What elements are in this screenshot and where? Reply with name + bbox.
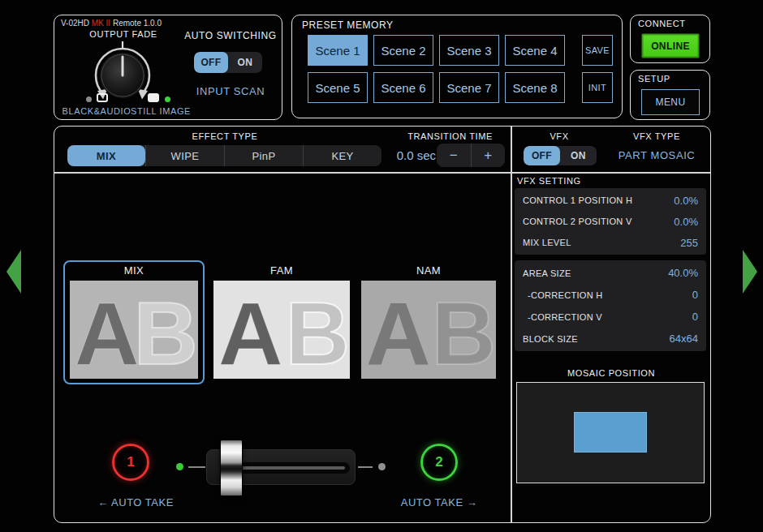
- app-title-model: V-02HD: [61, 19, 89, 28]
- param-label: AREA SIZE: [523, 268, 571, 278]
- vfx-off-button[interactable]: OFF: [524, 146, 560, 165]
- param-row-mix-level[interactable]: MIX LEVEL 255: [515, 232, 706, 253]
- app-title-mk: MK II: [92, 19, 110, 28]
- transition-plus-button[interactable]: +: [471, 144, 506, 167]
- black-audio-indicator-square: [97, 93, 108, 102]
- connect-panel: CONNECT ONLINE: [630, 15, 710, 63]
- vfx-type-value[interactable]: PART MOSAIC: [601, 149, 712, 161]
- fader-end-dot-left: [176, 463, 183, 470]
- fader-handle[interactable]: [220, 440, 243, 496]
- effect-type-title: EFFECT TYPE: [103, 131, 347, 141]
- param-row-control1[interactable]: CONTROL 1 POSITION H 0.0%: [515, 190, 706, 211]
- auto-take-left-button[interactable]: ← AUTO TAKE: [71, 496, 200, 508]
- mosaic-position-rect[interactable]: [574, 412, 647, 453]
- monitor-nam-letter-b: B: [432, 289, 496, 378]
- scene-5-button[interactable]: Scene 5: [308, 72, 368, 103]
- still-image-label: STILL IMAGE: [130, 106, 192, 116]
- transition-time-title: TRANSITION TIME: [391, 131, 509, 141]
- auto-switching-off-button[interactable]: OFF: [194, 52, 228, 73]
- vfx-toggle: OFF ON: [524, 146, 597, 165]
- still-image-indicator-square: [148, 93, 159, 102]
- param-row-correction-v[interactable]: -CORRECTION V 0: [515, 306, 706, 328]
- param-row-correction-h[interactable]: -CORRECTION H 0: [515, 284, 706, 306]
- app-title-version: Remote 1.0.0: [113, 19, 162, 28]
- monitor-mix-preview[interactable]: B A: [70, 281, 198, 379]
- mosaic-position-title: MOSAIC POSITION: [511, 368, 712, 378]
- black-audio-indicator-dot: [86, 97, 92, 102]
- connect-title: CONNECT: [638, 19, 686, 28]
- scene-8-button[interactable]: Scene 8: [505, 72, 565, 103]
- scene-4-button[interactable]: Scene 4: [505, 35, 565, 66]
- monitor-nam-label: NAM: [361, 264, 496, 277]
- vfx-type-title: VFX TYPE: [601, 131, 712, 141]
- vfx-params-main-group: CONTROL 1 POSITION H 0.0% CONTROL 2 POSI…: [515, 188, 706, 255]
- scene-1-button[interactable]: Scene 1: [308, 35, 368, 66]
- monitor-nam-preview[interactable]: B A: [361, 281, 496, 379]
- param-value: 0: [692, 289, 698, 301]
- vfx-setting-title: VFX SETTING: [517, 176, 581, 186]
- param-label: BLOCK SIZE: [523, 334, 578, 344]
- input-scan-button[interactable]: INPUT SCAN: [183, 85, 278, 97]
- scene-6-button[interactable]: Scene 6: [373, 72, 433, 103]
- monitor-fam-letter-a: A: [218, 289, 282, 378]
- online-status-button[interactable]: ONLINE: [641, 33, 700, 58]
- transition-time-value: 0.0 sec: [371, 148, 436, 162]
- param-value: 0.0%: [674, 216, 698, 228]
- auto-switching-on-button[interactable]: ON: [228, 52, 262, 73]
- prev-page-arrow[interactable]: [6, 250, 21, 294]
- effect-key-tab[interactable]: KEY: [303, 145, 382, 166]
- main-panel: EFFECT TYPE MIX WIPE PinP KEY TRANSITION…: [54, 126, 711, 523]
- fader-tick-left: [188, 466, 205, 468]
- param-label: CONTROL 1 POSITION H: [523, 195, 632, 205]
- fader-groove-line: [226, 466, 345, 470]
- effect-wipe-tab[interactable]: WIPE: [145, 145, 224, 166]
- vfx-title: VFX: [511, 131, 608, 141]
- param-label: -CORRECTION V: [523, 312, 602, 322]
- monitor-fam-letter-b: B: [286, 289, 350, 378]
- vfx-params-area-group: AREA SIZE 40.0% -CORRECTION H 0 -CORRECT…: [515, 260, 706, 351]
- scene-2-button[interactable]: Scene 2: [373, 35, 433, 66]
- param-row-block-size[interactable]: BLOCK SIZE 64x64: [515, 328, 706, 350]
- param-value: 40.0%: [668, 267, 698, 279]
- vfx-on-button[interactable]: ON: [560, 146, 597, 165]
- next-page-arrow[interactable]: [743, 250, 757, 294]
- setup-title: SETUP: [638, 74, 670, 84]
- fader-tick-right: [358, 466, 373, 468]
- transition-minus-button[interactable]: −: [437, 144, 471, 167]
- effect-pinp-tab[interactable]: PinP: [224, 145, 303, 166]
- device-panel: V-02HD MK II Remote 1.0.0 OUTPUT FADE BL…: [54, 15, 282, 120]
- channel-1-button[interactable]: 1: [112, 444, 149, 481]
- monitor-nam-letter-a: A: [366, 289, 430, 378]
- mosaic-position-area[interactable]: [516, 382, 705, 483]
- param-row-area-size[interactable]: AREA SIZE 40.0%: [515, 262, 706, 284]
- param-label: MIX LEVEL: [523, 238, 571, 247]
- transition-time-stepper: − +: [437, 144, 505, 167]
- param-value: 255: [680, 237, 698, 249]
- scene-7-button[interactable]: Scene 7: [439, 72, 499, 103]
- monitor-mix-letter-a: A: [75, 289, 139, 378]
- auto-switching-toggle: OFF ON: [194, 52, 262, 73]
- app-root: V-02HD MK II Remote 1.0.0 OUTPUT FADE BL…: [0, 0, 763, 532]
- monitor-fam-preview[interactable]: B A: [213, 281, 350, 379]
- vfx-section: VFX OFF ON VFX TYPE PART MOSAIC VFX SETT…: [511, 127, 712, 524]
- app-title: V-02HD MK II Remote 1.0.0: [61, 19, 162, 28]
- black-audio-label: BLACK&AUDIO: [54, 106, 139, 116]
- auto-switching-label: AUTO SWITCHING: [183, 30, 278, 41]
- save-button[interactable]: SAVE: [582, 35, 613, 66]
- channel-2-button[interactable]: 2: [420, 444, 458, 481]
- monitor-mix-letter-b: B: [134, 289, 198, 378]
- setup-panel: SETUP MENU: [630, 70, 710, 120]
- still-image-indicator-dot: [165, 97, 170, 102]
- menu-button[interactable]: MENU: [641, 89, 700, 115]
- param-label: CONTROL 2 POSITION V: [523, 217, 632, 226]
- effect-mix-tab[interactable]: MIX: [67, 145, 145, 166]
- monitor-fam-label: FAM: [213, 264, 350, 277]
- param-row-control2[interactable]: CONTROL 2 POSITION V 0.0%: [515, 211, 706, 232]
- effect-type-selector: MIX WIPE PinP KEY: [67, 145, 382, 166]
- scene-3-button[interactable]: Scene 3: [439, 35, 499, 66]
- monitor-mix-label: MIX: [63, 264, 205, 277]
- auto-take-right-button[interactable]: AUTO TAKE →: [374, 496, 504, 508]
- param-value: 0.0%: [674, 195, 698, 207]
- init-button[interactable]: INIT: [582, 72, 613, 103]
- param-value: 0: [692, 311, 698, 323]
